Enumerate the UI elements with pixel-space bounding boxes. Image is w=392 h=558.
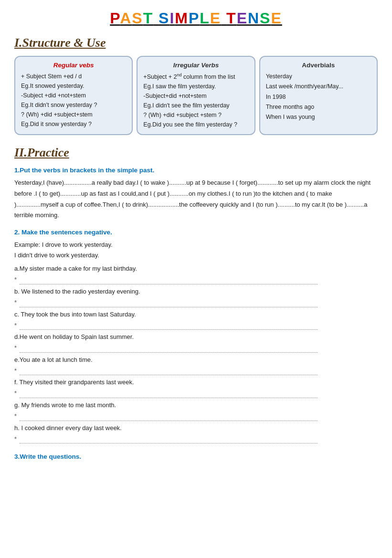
ex2-answer-2: * <box>14 320 378 332</box>
exercise1-heading: 1.Put the verbs in brackets in the simpl… <box>14 167 378 174</box>
exercise1-block: 1.Put the verbs in brackets in the simpl… <box>14 167 378 221</box>
ex2-item-7: h. I cooked dinner every day last week. <box>14 423 378 433</box>
main-title: PAST SIMPLE TENSE <box>14 10 378 27</box>
exercise2-example-label: Example: I drove to work yesterday. <box>14 240 378 250</box>
ex2-answer-3: * <box>14 342 378 355</box>
ex2-item-1: b. We listened to the radio yesterday ev… <box>14 286 378 297</box>
ex2-answer-4: * <box>14 365 378 378</box>
ex2-answer-1: * <box>14 297 378 309</box>
ex2-item-3: d.He went on holiday to Spain last summe… <box>14 332 378 342</box>
exercise2-example-answer: I didn't drive to work yesterday. <box>14 250 378 261</box>
irregular-verbs-box: Irregular Verbs +Subject + 2nd column fr… <box>137 56 255 135</box>
ex2-answer-6: * <box>14 411 378 423</box>
section1-heading: I.Structure & Use <box>14 36 378 50</box>
ex2-answer-0: * <box>14 274 378 286</box>
adverbials-content: YesterdayLast week /month/year/May...In … <box>266 72 371 122</box>
exercise1-text: Yesterday,I (have)................a real… <box>14 178 378 221</box>
exercise2-heading: 2. Make the sentences negative. <box>14 229 378 236</box>
ex2-item-0: a.My sister made a cake for my last birt… <box>14 263 378 274</box>
exercise2-items: a.My sister made a cake for my last birt… <box>14 263 378 445</box>
adverbials-box: Adverbials YesterdayLast week /month/yea… <box>259 56 378 135</box>
ex2-item-5: f. They visited their grandparents last … <box>14 377 378 388</box>
adverbials-title: Adverbials <box>266 62 371 69</box>
ex2-item-2: c. They took the bus into town last Satu… <box>14 309 378 320</box>
ex2-item-4: e.You ate a lot at lunch time. <box>14 355 378 365</box>
exercise3-heading: 3.Write the questions. <box>14 453 378 460</box>
ex2-item-6: g. My friends wrote to me last month. <box>14 400 378 411</box>
regular-verbs-content: + Subject Stem +ed / dEg.It snowed yeste… <box>21 72 126 129</box>
exercise2-block: 2. Make the sentences negative. Example:… <box>14 229 378 445</box>
irregular-verbs-title: Irregular Verbs <box>143 62 248 69</box>
exercise3-block: 3.Write the questions. <box>14 453 378 460</box>
regular-verbs-title: Regular vebs <box>21 62 126 69</box>
columns-grid: Regular vebs + Subject Stem +ed / dEg.It… <box>14 56 378 135</box>
ex2-answer-5: * <box>14 388 378 400</box>
regular-verbs-box: Regular vebs + Subject Stem +ed / dEg.It… <box>14 56 133 135</box>
section2-heading: II.Practice <box>14 146 378 160</box>
ex2-answer-7: * <box>14 433 378 446</box>
irregular-verbs-content: +Subject + 2nd column from the listEg.I … <box>143 72 248 129</box>
